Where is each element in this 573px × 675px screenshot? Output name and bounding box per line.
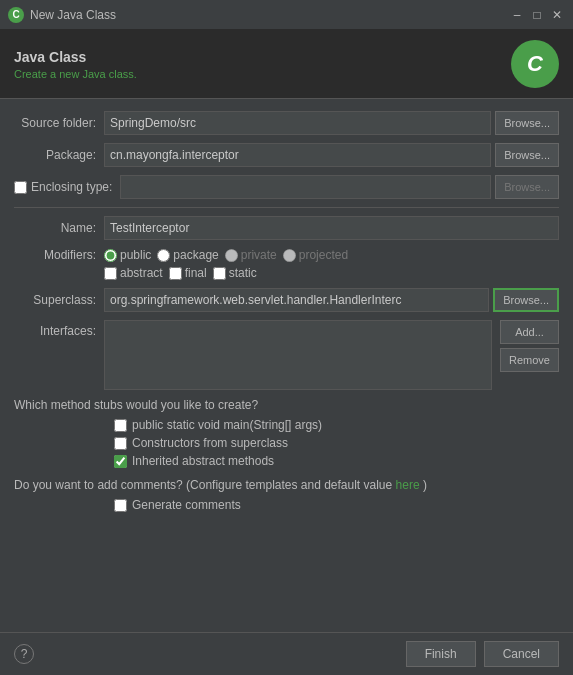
dialog-header-left: Java Class Create a new Java class. <box>14 49 137 80</box>
interfaces-buttons: Add... Remove <box>500 320 559 372</box>
generate-comments-option[interactable]: Generate comments <box>114 498 559 512</box>
source-folder-label: Source folder: <box>14 116 104 130</box>
superclass-input-group: Browse... <box>104 288 559 312</box>
enclosing-type-label: Enclosing type: <box>31 180 112 194</box>
enclosing-type-input[interactable] <box>120 175 491 199</box>
superclass-row: Superclass: Browse... <box>14 288 559 312</box>
generate-comments-checkbox[interactable] <box>114 499 127 512</box>
cancel-button[interactable]: Cancel <box>484 641 559 667</box>
stub-constructors-checkbox[interactable] <box>114 437 127 450</box>
java-class-icon: C <box>511 40 559 88</box>
comments-title-end: ) <box>423 478 427 492</box>
modifier-projected-option[interactable]: projected <box>283 248 348 262</box>
comments-here-link[interactable]: here <box>396 478 420 492</box>
modifier-public-radio[interactable] <box>104 249 117 262</box>
source-folder-input[interactable] <box>104 111 491 135</box>
name-input[interactable] <box>104 216 559 240</box>
modifiers-row: Modifiers: public package private projec… <box>14 248 559 262</box>
package-label: Package: <box>14 148 104 162</box>
interfaces-remove-button[interactable]: Remove <box>500 348 559 372</box>
interfaces-input-group: Add... Remove <box>104 320 559 390</box>
enclosing-type-input-group: Browse... <box>120 175 559 199</box>
interfaces-row: Interfaces: Add... Remove <box>14 320 559 390</box>
modifier-static-option[interactable]: static <box>213 266 257 280</box>
modifier-package-option[interactable]: package <box>157 248 218 262</box>
window-title: New Java Class <box>30 8 509 22</box>
modifier-package-radio[interactable] <box>157 249 170 262</box>
comments-options: Generate comments <box>14 498 559 512</box>
dialog-title: Java Class <box>14 49 137 65</box>
modifier-abstract-checkbox[interactable] <box>104 267 117 280</box>
close-button[interactable]: ✕ <box>549 7 565 23</box>
interfaces-label: Interfaces: <box>14 320 104 338</box>
interfaces-textarea[interactable] <box>104 320 492 390</box>
modifier-abstract-label: abstract <box>120 266 163 280</box>
source-folder-input-group: Browse... <box>104 111 559 135</box>
modifier-final-checkbox[interactable] <box>169 267 182 280</box>
modifier-public-option[interactable]: public <box>104 248 151 262</box>
modifiers-checkbox-group: abstract final static <box>104 266 559 280</box>
modifier-static-label: static <box>229 266 257 280</box>
stubs-title: Which method stubs would you like to cre… <box>14 398 559 412</box>
dialog-subtitle: Create a new Java class. <box>14 68 137 80</box>
modifiers-radio-group: public package private projected <box>104 248 559 262</box>
dialog-content: Source folder: Browse... Package: Browse… <box>0 99 573 632</box>
separator-1 <box>14 207 559 208</box>
finish-button[interactable]: Finish <box>406 641 476 667</box>
modifier-projected-label: projected <box>299 248 348 262</box>
window-controls: – □ ✕ <box>509 7 565 23</box>
dialog-header: Java Class Create a new Java class. C <box>0 30 573 99</box>
maximize-button[interactable]: □ <box>529 7 545 23</box>
footer-left: ? <box>14 644 34 664</box>
superclass-label: Superclass: <box>14 293 104 307</box>
stub-main-label: public static void main(String[] args) <box>132 418 322 432</box>
modifier-final-label: final <box>185 266 207 280</box>
modifiers-label: Modifiers: <box>14 248 104 262</box>
window-icon: C <box>8 7 24 23</box>
help-button[interactable]: ? <box>14 644 34 664</box>
dialog-body: Java Class Create a new Java class. C So… <box>0 30 573 675</box>
comments-title-text: Do you want to add comments? (Configure … <box>14 478 392 492</box>
modifier-static-checkbox[interactable] <box>213 267 226 280</box>
stub-inherited-label: Inherited abstract methods <box>132 454 274 468</box>
superclass-browse-button[interactable]: Browse... <box>493 288 559 312</box>
name-input-group <box>104 216 559 240</box>
stubs-section: Which method stubs would you like to cre… <box>14 398 559 468</box>
comments-section: Do you want to add comments? (Configure … <box>14 478 559 512</box>
stub-constructors-label: Constructors from superclass <box>132 436 288 450</box>
modifier-package-label: package <box>173 248 218 262</box>
modifier-abstract-option[interactable]: abstract <box>104 266 163 280</box>
footer-buttons: Finish Cancel <box>406 641 559 667</box>
modifiers-checkbox-row: abstract final static <box>14 266 559 280</box>
modifier-private-label: private <box>241 248 277 262</box>
name-label: Name: <box>14 221 104 235</box>
minimize-button[interactable]: – <box>509 7 525 23</box>
stub-inherited-option[interactable]: Inherited abstract methods <box>114 454 559 468</box>
dialog-footer: ? Finish Cancel <box>0 632 573 675</box>
modifier-public-label: public <box>120 248 151 262</box>
modifier-projected-radio[interactable] <box>283 249 296 262</box>
stubs-options: public static void main(String[] args) C… <box>14 418 559 468</box>
source-folder-row: Source folder: Browse... <box>14 111 559 135</box>
stub-constructors-option[interactable]: Constructors from superclass <box>114 436 559 450</box>
package-input-group: Browse... <box>104 143 559 167</box>
superclass-input[interactable] <box>104 288 489 312</box>
title-bar: C New Java Class – □ ✕ <box>0 0 573 30</box>
stub-main-option[interactable]: public static void main(String[] args) <box>114 418 559 432</box>
modifier-private-radio[interactable] <box>225 249 238 262</box>
source-folder-browse-button[interactable]: Browse... <box>495 111 559 135</box>
interfaces-add-button[interactable]: Add... <box>500 320 559 344</box>
enclosing-type-browse-button[interactable]: Browse... <box>495 175 559 199</box>
package-browse-button[interactable]: Browse... <box>495 143 559 167</box>
stub-main-checkbox[interactable] <box>114 419 127 432</box>
name-row: Name: <box>14 216 559 240</box>
stub-inherited-checkbox[interactable] <box>114 455 127 468</box>
modifier-private-option[interactable]: private <box>225 248 277 262</box>
package-input[interactable] <box>104 143 491 167</box>
package-row: Package: Browse... <box>14 143 559 167</box>
enclosing-type-checkbox[interactable] <box>14 181 27 194</box>
generate-comments-label: Generate comments <box>132 498 241 512</box>
comments-title: Do you want to add comments? (Configure … <box>14 478 559 492</box>
enclosing-type-row: Enclosing type: Browse... <box>14 175 559 199</box>
modifier-final-option[interactable]: final <box>169 266 207 280</box>
